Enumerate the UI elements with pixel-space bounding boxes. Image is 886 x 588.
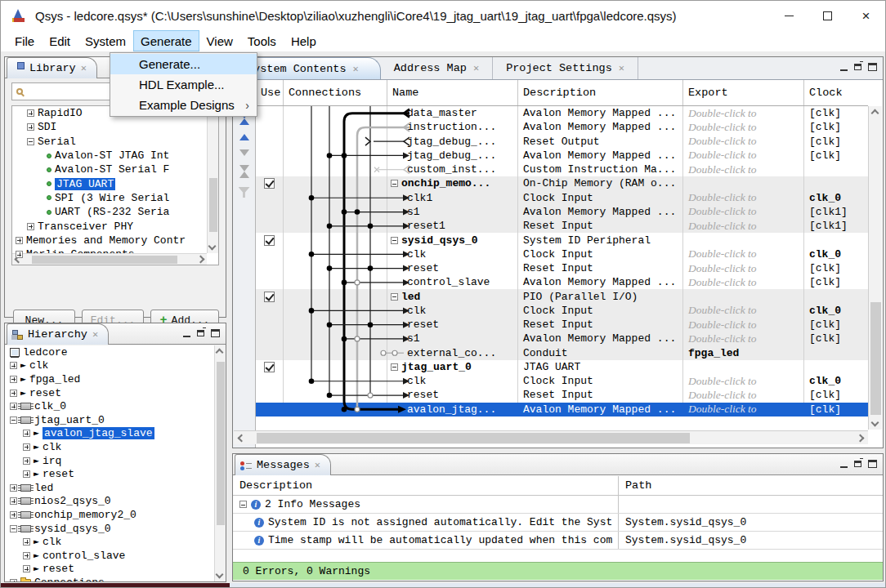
expand-icon[interactable]: [23, 430, 30, 437]
table-row-instruction[interactable]: instruction...Avalon Memory Mapped ...Do…: [256, 120, 868, 134]
export-cell[interactable]: fpga_led: [683, 346, 804, 360]
table-row-reset[interactable]: resetReset InputDouble-click to[clk]: [256, 318, 868, 332]
export-cell[interactable]: Double-click to: [683, 247, 804, 261]
scroll-up-icon[interactable]: [216, 349, 224, 357]
library-vertical-scrollbar[interactable]: [207, 106, 218, 253]
scrollbar-thumb[interactable]: [217, 362, 225, 525]
menu-item-example-designs[interactable]: Example Designs›: [110, 95, 257, 115]
export-cell[interactable]: [683, 289, 804, 303]
message-row[interactable]: iSystem ID is not assigned automatically…: [233, 514, 883, 532]
connections-cell[interactable]: [284, 233, 387, 247]
export-cell[interactable]: Double-click to: [683, 163, 804, 176]
library-item-sdi[interactable]: SDI: [12, 120, 218, 134]
maximize-panel-icon[interactable]: [211, 329, 220, 337]
minimize-button[interactable]: [770, 1, 808, 30]
menu-file[interactable]: File: [7, 30, 42, 51]
clock-cell[interactable]: [clk]: [804, 388, 868, 402]
table-vertical-scrollbar[interactable]: [868, 106, 882, 430]
menu-generate[interactable]: Generate: [133, 30, 199, 51]
use-checkbox[interactable]: [264, 362, 275, 372]
connections-cell[interactable]: [284, 360, 387, 374]
library-item-serial[interactable]: Serial: [12, 135, 218, 149]
menu-edit[interactable]: Edit: [42, 30, 78, 51]
message-row[interactable]: iTime stamp will be automatically update…: [233, 532, 883, 550]
hierarchy-item-control-slave[interactable]: ►control_slave: [5, 549, 226, 563]
menu-tools[interactable]: Tools: [240, 30, 284, 51]
table-row-control-slave[interactable]: control_slaveAvalon Memory Mapped ...Dou…: [256, 275, 868, 289]
scroll-up-icon[interactable]: [871, 109, 879, 118]
table-horizontal-scrollbar[interactable]: [234, 430, 868, 444]
menu-help[interactable]: Help: [284, 30, 324, 51]
clock-cell[interactable]: [clk]: [804, 318, 868, 332]
hierarchy-vertical-scrollbar[interactable]: [214, 345, 226, 581]
export-cell[interactable]: [683, 233, 804, 247]
hierarchy-item-reset[interactable]: ►reset: [5, 563, 226, 577]
collapse-icon[interactable]: [27, 138, 34, 145]
clock-cell[interactable]: [clk]: [804, 275, 868, 289]
scroll-right-icon[interactable]: [857, 434, 865, 443]
clock-cell[interactable]: [clk]: [804, 332, 868, 345]
table-row-jtag-uart-0[interactable]: jtag_uart_0JTAG UART: [256, 360, 868, 374]
clock-cell[interactable]: [clk1]: [804, 205, 868, 219]
collapse-icon[interactable]: [391, 363, 398, 371]
connections-cell[interactable]: [284, 304, 387, 318]
hierarchy-item-fpga-led[interactable]: ►fpga_led: [5, 372, 226, 386]
clock-cell[interactable]: [804, 233, 868, 247]
clock-cell[interactable]: [clk]: [804, 120, 868, 134]
clock-cell[interactable]: [804, 163, 868, 176]
library-item-transceiver-phy[interactable]: Transceiver PHY: [12, 219, 218, 233]
hierarchy-item-ledcore[interactable]: ledcore: [5, 345, 226, 359]
expand-icon[interactable]: [27, 223, 34, 230]
expand-icon[interactable]: [27, 123, 34, 131]
table-row-clk1[interactable]: clk1Clock InputDouble-click toclk_0: [256, 191, 868, 205]
tab-library[interactable]: Library ✕: [7, 57, 97, 78]
table-row-reset1[interactable]: reset1Reset InputDouble-click to[clk1]: [256, 219, 868, 233]
export-cell[interactable]: Double-click to: [683, 304, 804, 318]
connections-cell[interactable]: [284, 247, 387, 261]
hierarchy-item-clk[interactable]: ►clk: [5, 535, 226, 549]
hierarchy-item-nios2-qsys-0[interactable]: nios2_qsys_0: [5, 495, 226, 509]
export-cell[interactable]: Double-click to: [683, 403, 804, 416]
library-item-memories-and-memory-contr[interactable]: Memories and Memory Contr: [12, 234, 218, 247]
clock-cell[interactable]: clk_0: [804, 374, 868, 388]
export-cell[interactable]: Double-click to: [683, 149, 804, 163]
menu-item-hdl-example[interactable]: HDL Example...: [110, 74, 257, 95]
menu-system[interactable]: System: [78, 30, 133, 51]
column-header-use[interactable]: Use: [256, 80, 284, 105]
use-checkbox[interactable]: [264, 235, 275, 246]
table-row-s1[interactable]: s1Avalon Memory Mapped ...Double-click t…: [256, 332, 868, 345]
clock-cell[interactable]: clk_0: [804, 304, 868, 318]
expand-icon[interactable]: [10, 403, 17, 410]
hierarchy-item-irq[interactable]: ►irq: [5, 454, 226, 468]
tab-project-settings[interactable]: Project Settings✕: [493, 57, 638, 79]
expand-icon[interactable]: [10, 484, 17, 492]
column-header-connections[interactable]: Connections: [284, 80, 387, 105]
connections-cell[interactable]: [284, 374, 387, 388]
scrollbar-thumb[interactable]: [257, 433, 690, 443]
expand-icon[interactable]: [16, 237, 23, 244]
hierarchy-item-clk[interactable]: ►clk: [5, 440, 226, 454]
expand-icon[interactable]: [23, 565, 30, 572]
clock-cell[interactable]: [clk]: [804, 106, 868, 120]
scroll-down-icon[interactable]: [216, 571, 224, 579]
move-up-icon[interactable]: [239, 134, 249, 140]
close-button[interactable]: ×: [847, 1, 885, 30]
messages-group-row[interactable]: i 2 Info Messages: [233, 496, 883, 514]
library-item-avalon-st-jtag-int[interactable]: Avalon-ST JTAG Int: [12, 149, 218, 163]
clock-cell[interactable]: [clk1]: [804, 219, 868, 233]
connections-cell[interactable]: [284, 388, 387, 402]
table-row-clk[interactable]: clkClock InputDouble-click toclk_0: [256, 304, 868, 318]
expand-icon[interactable]: [16, 251, 23, 258]
use-checkbox[interactable]: [264, 178, 275, 189]
move-down-icon[interactable]: [239, 149, 249, 156]
table-row-external-co[interactable]: external_co...Conduitfpga_led: [256, 346, 868, 360]
connections-cell[interactable]: [284, 318, 387, 332]
table-row-data-master[interactable]: data_masterAvalon Memory Mapped ...Doubl…: [256, 106, 868, 120]
collapse-icon[interactable]: [391, 180, 398, 187]
close-icon[interactable]: ✕: [473, 62, 479, 74]
export-cell[interactable]: Double-click to: [683, 261, 804, 275]
scroll-right-icon[interactable]: [197, 256, 205, 264]
collapse-icon[interactable]: [10, 416, 17, 424]
minimize-panel-icon[interactable]: [183, 336, 190, 337]
scroll-left-icon[interactable]: [238, 434, 246, 443]
